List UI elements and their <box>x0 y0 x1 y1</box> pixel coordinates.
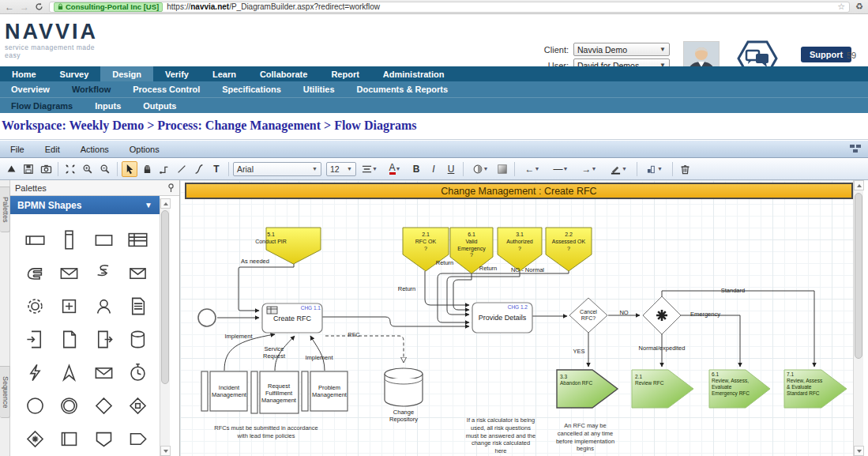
pin-icon[interactable] <box>167 183 175 193</box>
nav-home[interactable]: Home <box>0 66 48 81</box>
label-yes[interactable]: YES <box>573 348 584 355</box>
nav-specifications[interactable]: Specifications <box>211 81 292 97</box>
menu-file[interactable]: File <box>0 145 35 154</box>
scroll-down-arrow[interactable] <box>160 446 171 456</box>
palette-group-bpmn[interactable]: BPMN Shapes ▼ <box>10 196 160 214</box>
italic-button[interactable]: I <box>426 161 442 177</box>
text-tool[interactable]: T <box>209 161 224 177</box>
off-page-right-shape[interactable] <box>121 423 155 455</box>
task-shape[interactable] <box>87 224 121 256</box>
line-start-select[interactable]: ←▼ <box>519 161 546 177</box>
zoom-out-tool[interactable] <box>97 161 113 177</box>
label-service-request[interactable]: Service Request <box>263 345 285 360</box>
snapshot-button[interactable] <box>38 161 54 177</box>
note-risk-calculator[interactable]: If a risk calculator is being used, all … <box>466 416 535 455</box>
gear-shape[interactable] <box>18 290 52 322</box>
message-event-shape[interactable] <box>87 356 121 389</box>
label-review-emergency[interactable]: 6.1 Review, Assess, Evaluate Emergency R… <box>712 371 750 398</box>
line-end-select[interactable]: →▼ <box>576 161 603 177</box>
side-tab-palettes[interactable]: Palettes <box>0 187 10 232</box>
font-size-select[interactable]: 12▼ <box>326 162 356 176</box>
scroll-up-arrow[interactable] <box>854 180 864 190</box>
subprocess-bar-shape[interactable] <box>52 423 86 455</box>
connector-tool[interactable] <box>156 161 172 177</box>
expanded-subprocess-shape[interactable] <box>52 290 86 322</box>
nav-collaborate[interactable]: Collaborate <box>248 66 320 81</box>
nav-flow-diagrams[interactable]: Flow Diagrams <box>0 98 84 113</box>
nav-documents-reports[interactable]: Documents & Reports <box>346 81 460 97</box>
side-tab-sequence[interactable]: Sequence <box>0 366 10 418</box>
node-change-repository[interactable] <box>385 368 423 406</box>
select-tool[interactable] <box>122 161 137 177</box>
note-lead-time[interactable]: RFCs must be submitted in accordance wit… <box>214 424 318 440</box>
menu-actions[interactable]: Actions <box>70 145 119 154</box>
flow-validemergency-to-provide[interactable] <box>453 273 472 310</box>
message-shape[interactable] <box>52 257 86 289</box>
label-rfc[interactable]: RFC <box>348 331 359 338</box>
ssl-badge[interactable]: Consulting-Portal Inc [US] <box>54 2 163 12</box>
nav-inputs[interactable]: Inputs <box>84 98 132 113</box>
user-task-shape[interactable] <box>87 290 121 322</box>
start-event-shape[interactable] <box>18 390 52 422</box>
label-request[interactable]: Request Fulfillment Management <box>261 383 296 404</box>
label-return-1[interactable]: Return <box>398 285 416 292</box>
gateway-marker-shape[interactable] <box>121 390 155 422</box>
label-return-2[interactable]: Return <box>436 259 454 266</box>
label-rfc-ok[interactable]: 2.1 RFC OK ? <box>415 232 436 252</box>
order-select[interactable]: ▼ <box>641 161 668 177</box>
browser-forward-icon[interactable]: → <box>20 2 29 12</box>
palette-scrollbar[interactable] <box>160 198 170 456</box>
end-event-shape[interactable] <box>52 390 86 422</box>
diagram-canvas[interactable]: Change Management : Create RFC <box>180 180 853 456</box>
label-implement-2[interactable]: Implement <box>305 354 333 361</box>
nav-learn[interactable]: Learn <box>201 66 248 81</box>
nav-outputs[interactable]: Outputs <box>132 98 187 113</box>
collaborators-icon[interactable] <box>849 144 862 155</box>
nav-report[interactable]: Report <box>319 66 370 81</box>
complex-gateway-shape-shape[interactable] <box>18 423 52 455</box>
nav-process-control[interactable]: Process Control <box>122 81 211 97</box>
flow-standard[interactable] <box>662 291 814 367</box>
fill-color-select[interactable]: ▼ <box>468 161 493 177</box>
flow-emergency[interactable] <box>681 315 740 367</box>
support-button[interactable]: Support <box>801 47 851 62</box>
document-lines-shape[interactable] <box>121 290 155 322</box>
font-color-select[interactable]: A▼ <box>383 161 407 177</box>
lightning-event-shape[interactable] <box>18 356 52 389</box>
gateway-shape[interactable] <box>87 390 121 422</box>
label-provide-details[interactable]: Provide Details <box>479 314 527 322</box>
label-assessed-ok[interactable]: 2.2 Assessed OK ? <box>552 232 585 252</box>
browser-reload-icon[interactable] <box>35 2 43 11</box>
fit-view-tool[interactable] <box>62 161 78 177</box>
pool-vertical-shape[interactable] <box>52 224 86 256</box>
nav-overview[interactable]: Overview <box>0 81 61 97</box>
canvas-scrollbar[interactable] <box>853 180 863 456</box>
label-repository[interactable]: Change Repository <box>389 409 418 423</box>
collapse-tool[interactable] <box>3 161 19 177</box>
label-create-rfc[interactable]: Create RFC <box>273 315 311 322</box>
font-family-select[interactable]: Arial▼ <box>233 162 321 176</box>
label-no[interactable]: NO <box>619 309 628 316</box>
label-return-3[interactable]: Return <box>479 265 498 272</box>
scroll-up-arrow[interactable] <box>160 198 171 209</box>
label-cancel-rfc[interactable]: Cancel RFC? <box>580 309 597 322</box>
signal-event-shape[interactable] <box>52 356 86 389</box>
label-review-rfc[interactable]: 2.1 Review RFC <box>635 374 663 386</box>
save-button[interactable] <box>21 161 36 177</box>
nav-design[interactable]: Design <box>100 66 153 81</box>
label-valid-emergency[interactable]: 6.1 Valid Emergency ? <box>457 232 485 259</box>
script-task-shape[interactable] <box>87 257 121 289</box>
label-conduct-pir[interactable]: 5.1 Conduct PIR <box>255 232 287 246</box>
label-no-normal[interactable]: NO - Normal <box>511 266 544 273</box>
label-review-standard[interactable]: 7.1 Review, Assess & Evaluate Standard R… <box>787 371 822 398</box>
menu-options[interactable]: Options <box>119 145 170 154</box>
label-emergency[interactable]: Emergency <box>690 311 720 318</box>
pan-tool[interactable] <box>139 161 155 177</box>
flow-create-to-provide[interactable] <box>322 317 469 326</box>
menu-edit[interactable]: Edit <box>35 145 70 154</box>
table-shape[interactable] <box>121 224 155 256</box>
scroll-thumb[interactable] <box>855 193 862 359</box>
label-standard[interactable]: Standard <box>721 287 745 294</box>
label-as-needed[interactable]: As needed <box>241 258 269 265</box>
node-start-event[interactable] <box>198 309 216 326</box>
